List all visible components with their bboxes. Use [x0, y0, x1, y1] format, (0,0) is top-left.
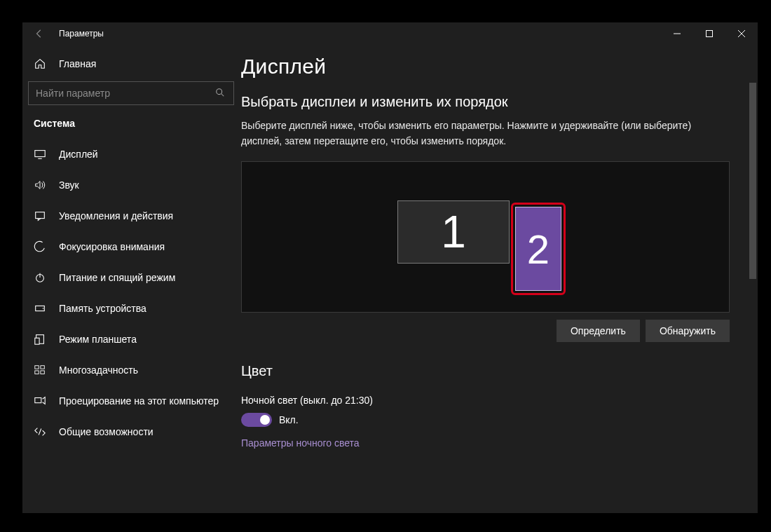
projecting-icon: [34, 395, 46, 407]
tablet-icon: [34, 333, 46, 346]
home-icon: [34, 57, 46, 70]
nav-multitask[interactable]: Многозадачность: [28, 355, 234, 386]
settings-window: Параметры Главная Система: [22, 22, 758, 513]
nav-sound[interactable]: Звук: [28, 170, 234, 200]
nav-label: Режим планшета: [59, 334, 137, 345]
nav-label: Общие возможности: [59, 426, 153, 437]
storage-icon: [34, 302, 46, 315]
svg-rect-2: [35, 151, 45, 157]
monitor-2-highlight: 2: [511, 203, 566, 295]
svg-rect-12: [41, 371, 44, 374]
close-button[interactable]: [725, 22, 758, 45]
maximize-button[interactable]: [693, 22, 725, 45]
focus-icon: [34, 240, 46, 253]
search-input[interactable]: [36, 88, 215, 99]
back-button[interactable]: [32, 27, 46, 41]
arrange-heading: Выбрать дисплеи и изменить их порядок: [241, 94, 730, 110]
category-label: Система: [28, 112, 234, 139]
monitor-1[interactable]: 1: [397, 200, 510, 264]
nav-label: Многозадачность: [59, 364, 138, 376]
svg-rect-8: [35, 338, 39, 344]
night-light-toggle[interactable]: [241, 413, 272, 427]
arrange-description: Выберите дисплей ниже, чтобы изменить ег…: [241, 118, 730, 149]
window-title: Параметры: [59, 29, 104, 39]
monitor-2[interactable]: 2: [515, 207, 561, 291]
nav-label: Звук: [59, 179, 79, 191]
svg-point-1: [217, 89, 222, 95]
search-box[interactable]: [28, 81, 234, 105]
svg-point-6: [43, 308, 43, 308]
scrollbar-thumb[interactable]: [749, 83, 756, 279]
search-icon: [215, 88, 226, 99]
notifications-icon: [34, 210, 46, 222]
svg-rect-0: [707, 31, 713, 37]
display-arrange-box[interactable]: 1 2: [241, 161, 730, 313]
nav-storage[interactable]: Память устройства: [28, 293, 234, 324]
nav-label: Проецирование на этот компьютер: [59, 395, 219, 407]
nav-tablet[interactable]: Режим планшета: [28, 324, 234, 355]
night-light-settings-link[interactable]: Параметры ночного света: [241, 437, 360, 449]
detect-button[interactable]: Обнаружить: [646, 320, 730, 342]
nav-label: Уведомления и действия: [59, 210, 173, 221]
nav-shared[interactable]: Общие возможности: [28, 416, 234, 447]
page-heading: Дисплей: [241, 55, 730, 79]
svg-rect-9: [35, 366, 39, 369]
nav-notifications[interactable]: Уведомления и действия: [28, 200, 234, 231]
sound-icon: [34, 179, 46, 191]
color-heading: Цвет: [241, 363, 730, 379]
power-icon: [34, 271, 46, 284]
nav-label: Питание и спящий режим: [59, 272, 175, 283]
shared-icon: [34, 425, 46, 438]
nav-label: Память устройства: [59, 303, 146, 314]
identify-button[interactable]: Определить: [557, 320, 640, 342]
home-label: Главная: [59, 58, 96, 69]
home-link[interactable]: Главная: [28, 50, 234, 77]
content-area: Дисплей Выбрать дисплеи и изменить их по…: [240, 45, 758, 513]
svg-rect-11: [35, 371, 39, 374]
nav-power[interactable]: Питание и спящий режим: [28, 262, 234, 293]
scrollbar[interactable]: [748, 83, 758, 513]
svg-rect-10: [41, 366, 44, 369]
minimize-button[interactable]: [661, 22, 693, 45]
nav-projecting[interactable]: Проецирование на этот компьютер: [28, 386, 234, 416]
svg-rect-3: [36, 212, 45, 219]
titlebar: Параметры: [22, 22, 758, 45]
nav-display[interactable]: Дисплей: [28, 139, 234, 170]
nav-focus[interactable]: Фокусировка внимания: [28, 231, 234, 262]
sidebar: Главная Система Дисплей Звук: [22, 45, 240, 513]
display-icon: [34, 148, 46, 161]
multitask-icon: [34, 364, 46, 376]
toggle-state-label: Вкл.: [279, 414, 299, 425]
svg-rect-13: [35, 398, 41, 403]
nav-label: Фокусировка внимания: [59, 241, 165, 252]
nav-list: Дисплей Звук Уведомления и действия Фоку…: [28, 139, 234, 447]
nav-label: Дисплей: [59, 149, 98, 160]
night-light-label: Ночной свет (выкл. до 21:30): [241, 395, 730, 406]
